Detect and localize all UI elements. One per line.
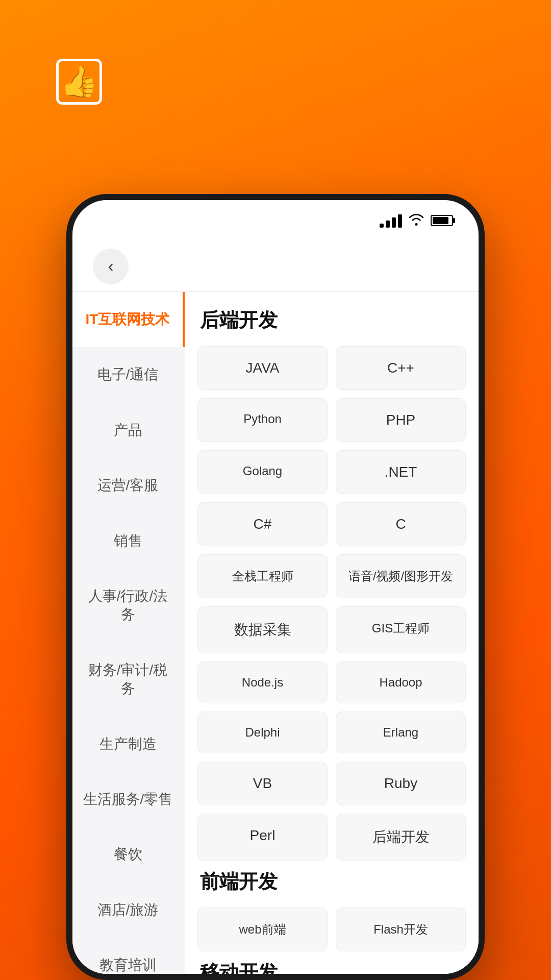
sidebar-item-lifestyle[interactable]: 生活服务/零售 [72, 772, 185, 827]
job-grid-item[interactable]: Node.js [197, 662, 328, 703]
job-grid-item[interactable]: C# [197, 502, 328, 546]
back-icon: ‹ [108, 257, 114, 276]
sidebar-item-hotel[interactable]: 酒店/旅游 [72, 883, 185, 938]
job-grid-row: PythonPHP [197, 398, 466, 442]
phone-container: ‹ IT互联网技术电子/通信产品运营/客服销售人事/行政/法务财务/审计/税务生… [66, 194, 485, 980]
job-grid-row: VBRuby [197, 762, 466, 805]
sidebar-item-electronics[interactable]: 电子/通信 [72, 347, 185, 402]
job-grid-item[interactable]: Perl [197, 814, 328, 861]
back-button[interactable]: ‹ [93, 249, 129, 284]
job-grid-item[interactable]: GIS工程师 [336, 606, 466, 653]
hero-title: 👍 [41, 61, 510, 107]
job-grid-item[interactable]: 全栈工程师 [197, 554, 328, 598]
job-grid-item[interactable]: Golang [197, 450, 328, 494]
job-grid-row: Perl后端开发 [197, 814, 466, 861]
job-grid-item[interactable]: C++ [336, 346, 466, 390]
job-grid-item[interactable]: 后端开发 [336, 814, 466, 861]
job-list-content: 后端开发JAVAC++PythonPHPGolang.NETC#C全栈工程师语音… [185, 292, 479, 974]
section-title-mobile: 移动开发 [197, 960, 466, 974]
section-title-backend: 后端开发 [197, 307, 466, 333]
job-grid-item[interactable]: Flash开发 [336, 908, 466, 951]
job-grid-item[interactable]: .NET [336, 450, 466, 494]
job-grid-item[interactable]: Erlang [336, 712, 466, 753]
job-grid-item[interactable]: 数据采集 [197, 606, 328, 653]
job-grid-item[interactable]: web前端 [197, 908, 328, 951]
job-grid-item[interactable]: 语音/视频/图形开发 [336, 554, 466, 598]
status-bar [72, 200, 479, 241]
main-content: IT互联网技术电子/通信产品运营/客服销售人事/行政/法务财务/审计/税务生产制… [72, 292, 479, 974]
signal-icon [380, 213, 402, 228]
sidebar-item-hr[interactable]: 人事/行政/法务 [72, 569, 185, 643]
job-grid-row: web前端Flash开发 [197, 908, 466, 951]
job-grid-row: Golang.NET [197, 450, 466, 494]
sidebar-item-finance[interactable]: 财务/审计/税务 [72, 643, 185, 717]
job-grid-item[interactable]: PHP [336, 398, 466, 442]
job-grid-item[interactable]: Ruby [336, 762, 466, 805]
sidebar-item-manufacturing[interactable]: 生产制造 [72, 717, 185, 772]
section-title-frontend: 前端开发 [197, 869, 466, 895]
sidebar-item-product[interactable]: 产品 [72, 403, 185, 458]
job-grid-item[interactable]: C [336, 502, 466, 546]
battery-icon [431, 215, 453, 226]
job-grid-row: JAVAC++ [197, 346, 466, 390]
job-grid-item[interactable]: Hadoop [336, 662, 466, 703]
sidebar-item-it[interactable]: IT互联网技术 [72, 292, 185, 347]
job-grid-row: Node.jsHadoop [197, 662, 466, 703]
job-grid-item[interactable]: Delphi [197, 712, 328, 753]
category-sidebar: IT互联网技术电子/通信产品运营/客服销售人事/行政/法务财务/审计/税务生产制… [72, 292, 185, 974]
thumb-icon: 👍 [56, 59, 102, 105]
nav-bar: ‹ [72, 241, 479, 292]
status-icons [380, 212, 453, 230]
sidebar-item-sales[interactable]: 销售 [72, 513, 185, 569]
hero-section: 👍 [0, 0, 551, 153]
wifi-icon [408, 212, 424, 230]
sidebar-item-education[interactable]: 教育培训 [72, 938, 185, 974]
job-grid-row: C#C [197, 502, 466, 546]
sidebar-item-food[interactable]: 餐饮 [72, 827, 185, 882]
job-grid-item[interactable]: VB [197, 762, 328, 805]
job-grid-row: 数据采集GIS工程师 [197, 606, 466, 653]
job-grid-item[interactable]: Python [197, 398, 328, 442]
sidebar-item-operations[interactable]: 运营/客服 [72, 458, 185, 513]
job-grid-row: 全栈工程师语音/视频/图形开发 [197, 554, 466, 598]
phone-frame: ‹ IT互联网技术电子/通信产品运营/客服销售人事/行政/法务财务/审计/税务生… [66, 194, 485, 980]
job-grid-row: DelphiErlang [197, 712, 466, 753]
job-grid-item[interactable]: JAVA [197, 346, 328, 390]
